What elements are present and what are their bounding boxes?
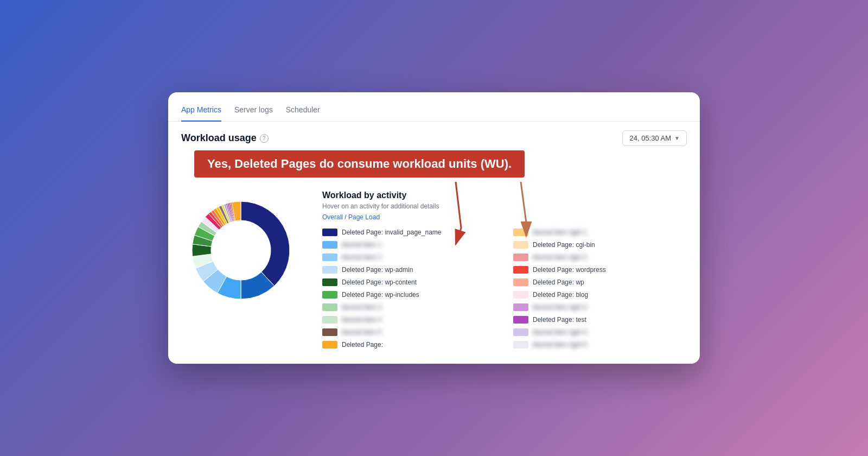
legend-column-right: blurred item right 1Deleted Page: cgi-bi… (513, 229, 687, 349)
list-item: blurred item right 2 (513, 254, 687, 261)
list-item: Deleted Page: wp-content (322, 278, 496, 286)
legend-label: Deleted Page: wp-admin (342, 266, 413, 274)
list-item: Deleted Page: invalid_page_name (322, 229, 496, 236)
content-area: Workload by activity Hover on an activit… (168, 191, 700, 362)
date-selector[interactable]: 24, 05:30 AM ▼ (622, 130, 687, 146)
legend-label: Deleted Page: blog (533, 291, 588, 299)
legend-label: Deleted Page: wp (533, 278, 584, 286)
annotation-wrapper: Yes, Deleted Pages do consume workload u… (168, 150, 700, 191)
legend-label: Deleted Page: wp-content (342, 278, 417, 286)
workload-title: Workload usage ? (181, 132, 269, 144)
chart-subtitle: Hover on an activity for additional deta… (322, 202, 687, 210)
legend-label: blurred item right 2 (533, 254, 587, 261)
legend-swatch (322, 266, 337, 274)
list-item: blurred item 3 (322, 303, 496, 311)
list-item: Deleted Page: wp-includes (322, 291, 496, 299)
tab-server-logs[interactable]: Server logs (234, 101, 273, 122)
list-item: Deleted Page: wp (513, 278, 687, 286)
legend-swatch (322, 341, 337, 349)
tab-app-metrics[interactable]: App Metrics (181, 101, 221, 122)
donut-chart (181, 191, 301, 310)
legend-swatch (322, 291, 337, 299)
legend-swatch (513, 328, 528, 336)
legend-label: Deleted Page: test (533, 316, 586, 324)
list-item: blurred item 1 (322, 241, 496, 249)
legend-swatch (513, 278, 528, 286)
list-item: Deleted Page: test (513, 316, 687, 324)
legend-swatch (513, 229, 528, 236)
chart-title: Workload by activity (322, 191, 687, 200)
list-item: Deleted Page: (322, 341, 496, 349)
breadcrumb[interactable]: Overall / Page Load (322, 213, 687, 221)
legend-label: blurred item 5 (342, 328, 381, 336)
legend-section: Workload by activity Hover on an activit… (322, 191, 687, 349)
legend-swatch (513, 316, 528, 324)
annotation-banner: Yes, Deleted Pages do consume workload u… (194, 150, 525, 178)
legend-label: blurred item right 5 (533, 341, 587, 349)
legend-swatch (513, 266, 528, 274)
tab-bar: App Metrics Server logs Scheduler (168, 92, 700, 122)
legend-swatch (513, 291, 528, 299)
legend-label: blurred item right 4 (533, 328, 587, 336)
tab-scheduler[interactable]: Scheduler (286, 101, 320, 122)
list-item: Deleted Page: blog (513, 291, 687, 299)
legend-swatch (513, 241, 528, 249)
legend-label: blurred item right 1 (533, 229, 587, 236)
list-item: blurred item 2 (322, 254, 496, 261)
legend-label: Deleted Page: wordpress (533, 266, 606, 274)
legend-swatch (513, 341, 528, 349)
legend-swatch (322, 316, 337, 324)
legend-swatch (322, 229, 337, 236)
list-item: blurred item right 3 (513, 303, 687, 311)
legend-label: Deleted Page: invalid_page_name (342, 229, 441, 236)
legend-grid: Deleted Page: invalid_page_nameblurred i… (322, 229, 687, 349)
header-row: Workload usage ? 24, 05:30 AM ▼ (168, 122, 700, 150)
info-icon[interactable]: ? (260, 134, 269, 143)
list-item: blurred item right 1 (513, 229, 687, 236)
list-item: blurred item 5 (322, 328, 496, 336)
legend-label: Deleted Page: (342, 341, 383, 349)
legend-label: blurred item 4 (342, 316, 381, 324)
list-item: Deleted Page: wordpress (513, 266, 687, 274)
legend-label: blurred item 1 (342, 241, 381, 249)
legend-label: blurred item 2 (342, 254, 381, 261)
chevron-down-icon: ▼ (674, 135, 680, 141)
legend-label: Deleted Page: wp-includes (342, 291, 419, 299)
legend-swatch (322, 328, 337, 336)
legend-swatch (322, 303, 337, 311)
legend-swatch (322, 278, 337, 286)
legend-label: blurred item 3 (342, 303, 381, 311)
legend-swatch (513, 254, 528, 261)
list-item: blurred item right 4 (513, 328, 687, 336)
list-item: blurred item right 5 (513, 341, 687, 349)
legend-column-left: Deleted Page: invalid_page_nameblurred i… (322, 229, 496, 349)
list-item: Deleted Page: wp-admin (322, 266, 496, 274)
legend-swatch (513, 303, 528, 311)
legend-label: blurred item right 3 (533, 303, 587, 311)
legend-label: Deleted Page: cgi-bin (533, 241, 595, 249)
legend-swatch (322, 241, 337, 249)
main-card: App Metrics Server logs Scheduler Worklo… (168, 92, 700, 364)
legend-swatch (322, 254, 337, 261)
list-item: Deleted Page: cgi-bin (513, 241, 687, 249)
list-item: blurred item 4 (322, 316, 496, 324)
